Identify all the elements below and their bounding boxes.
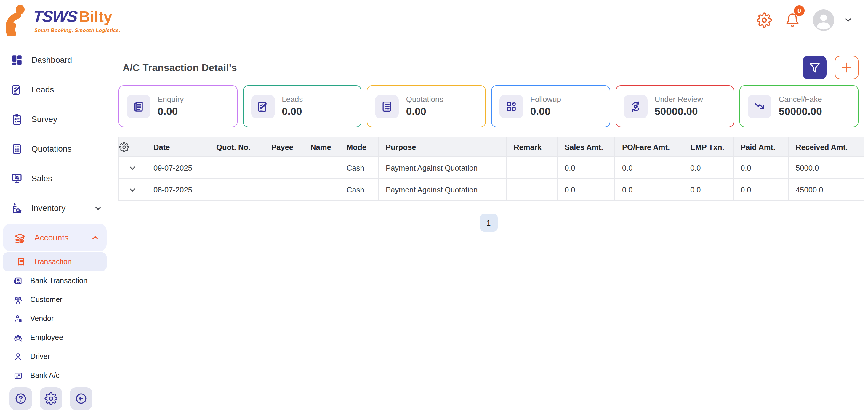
enquiry-icon	[132, 100, 145, 113]
summary-card-icon-chip	[375, 94, 399, 118]
summary-card-under-review[interactable]: Under Review50000.00	[615, 85, 734, 127]
filter-funnel-icon	[809, 62, 820, 73]
dashboard-icon	[11, 54, 23, 66]
sidebar-subitem-vendor[interactable]: Vendor	[0, 309, 110, 328]
brand-name-secondary: Bilty	[79, 7, 112, 26]
table-cell: Payment Against Quotation	[378, 157, 506, 179]
summary-card-text: Enquiry0.00	[158, 95, 184, 117]
column-header-payee: Payee	[264, 137, 303, 157]
sidebar-subitem-label: Driver	[30, 352, 50, 361]
column-header-remark: Remark	[506, 137, 557, 157]
user-avatar[interactable]	[813, 9, 834, 31]
sidebar-sub-nav: TransactionBank TransactionCustomerVendo…	[0, 252, 110, 385]
summary-card-value: 0.00	[406, 105, 443, 117]
sidebar-subitem-label: Vendor	[30, 315, 54, 323]
sidebar-item-accounts[interactable]: Accounts	[3, 224, 107, 251]
sidebar-subitem-transaction[interactable]: Transaction	[3, 252, 107, 271]
title-actions	[803, 56, 859, 79]
summary-card-text: Under Review50000.00	[654, 95, 703, 117]
sidebar-main-nav: DashboardLeadsSurveyQuotationsSalesInven…	[0, 45, 110, 252]
sidebar-subitem-bank-a-c[interactable]: Bank A/c	[0, 366, 110, 385]
user-menu-chevron-down-icon[interactable]	[844, 15, 852, 24]
column-settings-header[interactable]	[119, 137, 146, 157]
row-expand-chevron-icon[interactable]	[119, 179, 146, 200]
body-row: DashboardLeadsSurveyQuotationsSalesInven…	[0, 40, 868, 414]
accounts-icon	[13, 231, 26, 244]
summary-card-value: 50000.00	[654, 105, 703, 117]
sidebar-subitem-driver[interactable]: Driver	[0, 347, 110, 366]
column-header-received-amt: Received Amt.	[788, 137, 864, 157]
notification-count-badge: 0	[794, 5, 805, 16]
summary-card-icon-chip	[251, 94, 275, 118]
summary-card-quotations[interactable]: Quotations0.00	[367, 85, 486, 127]
sidebar-subitem-label: Bank Transaction	[30, 277, 87, 285]
table-cell	[303, 179, 339, 200]
brand-logo[interactable]: TSWS Bilty Smart Booking. Smooth Logisti…	[6, 4, 121, 36]
summary-card-icon-chip	[499, 94, 523, 118]
sidebar: DashboardLeadsSurveyQuotationsSalesInven…	[0, 40, 110, 414]
summary-card-leads[interactable]: Leads0.00	[243, 85, 362, 127]
summary-card-enquiry[interactable]: Enquiry0.00	[119, 85, 237, 127]
table-cell	[264, 179, 303, 200]
summary-card-value: 0.00	[158, 105, 184, 117]
settings-icon	[44, 392, 58, 405]
pagination-page-1-button[interactable]: 1	[479, 214, 497, 231]
column-header-purpose: Purpose	[378, 137, 506, 157]
table-cell: 0.0	[733, 157, 788, 179]
settings-gear-icon[interactable]	[756, 12, 772, 28]
sales-icon	[11, 172, 23, 185]
column-header-mode: Mode	[339, 137, 378, 157]
brand-tagline: Smart Booking. Smooth Logistics.	[34, 27, 121, 33]
summary-card-followup[interactable]: Followup0.00	[491, 85, 610, 127]
table-cell: Cash	[339, 179, 378, 200]
brand-name-primary: TSWS	[33, 7, 78, 26]
row-expand-chevron-icon[interactable]	[119, 157, 146, 179]
sidebar-footer	[0, 387, 110, 414]
sidebar-item-label: Inventory	[31, 203, 85, 213]
page-title: A/C Transaction Detail's	[123, 62, 237, 73]
add-transaction-button[interactable]	[835, 56, 859, 79]
sidebar-subitem-label: Bank A/c	[30, 371, 60, 380]
sidebar-footer-back-button[interactable]	[70, 387, 92, 410]
sidebar-item-sales[interactable]: Sales	[0, 163, 110, 193]
sidebar-subitem-employee[interactable]: Employee	[0, 328, 110, 347]
summary-card-label: Followup	[530, 95, 561, 104]
summary-card-text: Cancel/Fake50000.00	[779, 95, 822, 117]
customer-icon	[13, 295, 23, 305]
sidebar-footer-settings-button[interactable]	[40, 387, 62, 410]
table-cell: 0.0	[615, 157, 683, 179]
summary-card-text: Leads0.00	[282, 95, 303, 117]
summary-card-icon-chip	[748, 94, 772, 118]
help-icon	[14, 392, 27, 405]
table-row: 09-07-2025CashPayment Against Quotation0…	[119, 157, 864, 179]
sidebar-subitem-bank-transaction[interactable]: Bank Transaction	[0, 271, 110, 290]
sidebar-subitem-customer[interactable]: Customer	[0, 290, 110, 309]
leads-icon	[256, 100, 269, 113]
summary-card-value: 0.00	[282, 105, 303, 117]
sidebar-footer-help-button[interactable]	[9, 387, 32, 410]
top-header: TSWS Bilty Smart Booking. Smooth Logisti…	[0, 0, 868, 40]
sidebar-item-leads[interactable]: Leads	[0, 75, 110, 104]
sidebar-item-survey[interactable]: Survey	[0, 104, 110, 134]
chevron-down-icon	[94, 203, 102, 212]
summary-card-label: Leads	[282, 95, 303, 104]
table-cell: 0.0	[557, 179, 615, 200]
sidebar-item-label: Accounts	[34, 233, 82, 242]
notifications-bell-icon[interactable]: 0	[785, 12, 800, 28]
main-content: A/C Transaction Detail's Enquiry0.00Lead…	[110, 40, 868, 414]
sidebar-item-label: Quotations	[31, 144, 102, 153]
leads-icon	[11, 83, 23, 96]
sidebar-item-dashboard[interactable]: Dashboard	[0, 45, 110, 75]
summary-card-cancel-fake[interactable]: Cancel/Fake50000.00	[740, 85, 859, 127]
chevron-down-icon	[128, 163, 137, 172]
sidebar-item-inventory[interactable]: Inventory	[0, 193, 110, 223]
cancel-fake-icon	[753, 100, 766, 113]
table-cell: Payment Against Quotation	[378, 179, 506, 200]
table-cell	[506, 179, 557, 200]
sidebar-item-quotations[interactable]: Quotations	[0, 134, 110, 163]
employee-icon	[13, 332, 23, 343]
column-header-emp-txn: EMP Txn.	[683, 137, 733, 157]
filter-button[interactable]	[803, 56, 827, 79]
table-cell	[506, 157, 557, 179]
summary-card-text: Quotations0.00	[406, 95, 443, 117]
